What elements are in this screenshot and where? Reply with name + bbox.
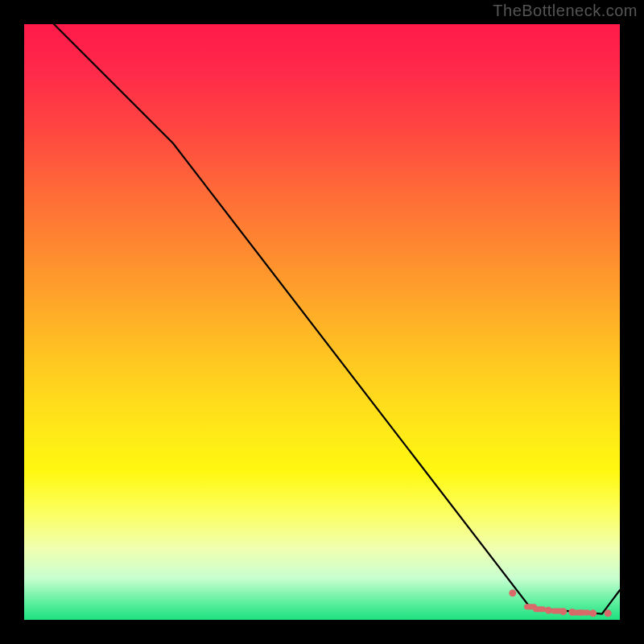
marker-dash [578, 610, 591, 616]
marker-cluster [509, 589, 611, 617]
chart-svg [24, 24, 620, 620]
marker-dot [589, 609, 597, 617]
curve-line [24, 0, 620, 614]
marker-dash [533, 606, 546, 612]
marker-dot [545, 607, 552, 614]
marker-dot [509, 589, 516, 597]
marker-dot [559, 608, 567, 615]
watermark-text: TheBottleneck.com [493, 2, 638, 20]
marker-dot [605, 609, 612, 617]
